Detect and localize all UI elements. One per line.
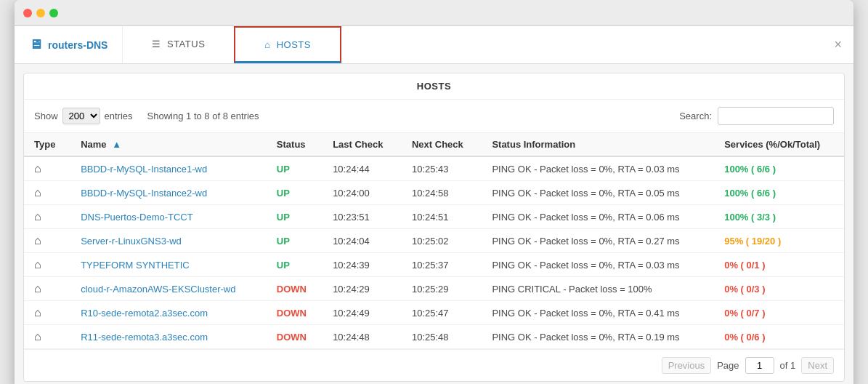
table-row: ⌂BBDD-r-MySQL-Instance1-wdUP10:24:4410:2… bbox=[24, 156, 844, 181]
row-status: DOWN bbox=[267, 325, 323, 349]
previous-button[interactable]: Previous bbox=[662, 357, 712, 374]
row-services: 95% ( 19/20 ) bbox=[714, 229, 844, 253]
row-next-check: 10:25:02 bbox=[402, 229, 482, 253]
search-area: Search: bbox=[679, 107, 834, 125]
maximize-button[interactable] bbox=[49, 9, 58, 17]
next-button[interactable]: Next bbox=[801, 357, 834, 374]
table-row: ⌂cloud-r-AmazonAWS-EKSCluster-wdDOWN10:2… bbox=[24, 277, 844, 301]
traffic-lights bbox=[23, 9, 58, 17]
row-next-check: 10:24:58 bbox=[402, 181, 482, 205]
row-services: 0% ( 0/6 ) bbox=[714, 325, 844, 349]
row-status-info: PING OK - Packet loss = 0%, RTA = 0.19 m… bbox=[482, 325, 714, 349]
row-status: UP bbox=[267, 156, 323, 181]
row-name[interactable]: TYPEFORM SYNTHETIC bbox=[70, 253, 267, 277]
entries-label: entries bbox=[105, 111, 133, 121]
row-type-icon: ⌂ bbox=[24, 325, 70, 349]
row-services: 100% ( 6/6 ) bbox=[714, 181, 844, 205]
nav-brand: 🖥 routers-DNS bbox=[15, 26, 123, 63]
table-controls: Show 200 50 100 entries Showing 1 to 8 o… bbox=[24, 100, 844, 133]
minimize-button[interactable] bbox=[36, 9, 45, 17]
row-last-check: 10:24:48 bbox=[323, 325, 402, 349]
search-input[interactable] bbox=[718, 107, 834, 125]
row-status-info: PING CRITICAL - Packet loss = 100% bbox=[482, 277, 714, 301]
status-tab-label: STATUS bbox=[167, 39, 205, 49]
brand-label: routers-DNS bbox=[48, 39, 108, 51]
row-status-info: PING OK - Packet loss = 0%, RTA = 0.03 m… bbox=[482, 156, 714, 181]
brand-icon: 🖥 bbox=[29, 37, 42, 52]
row-next-check: 10:25:43 bbox=[402, 156, 482, 181]
table-header-row: Type Name ▲ Status Last Check Next Check… bbox=[24, 133, 844, 156]
tab-hosts[interactable]: ⌂ HOSTS bbox=[234, 26, 341, 63]
row-last-check: 10:24:29 bbox=[323, 277, 402, 301]
main-window: 🖥 routers-DNS ☰ STATUS ⌂ HOSTS × HOSTS S… bbox=[15, 0, 853, 384]
row-status: UP bbox=[267, 253, 323, 277]
col-name[interactable]: Name ▲ bbox=[70, 133, 267, 156]
row-status-info: PING OK - Packet loss = 0%, RTA = 0.41 m… bbox=[482, 301, 714, 325]
row-services: 0% ( 0/1 ) bbox=[714, 253, 844, 277]
table-row: ⌂DNS-Puertos-Demo-TCCTUP10:23:5110:24:51… bbox=[24, 205, 844, 229]
row-name[interactable]: DNS-Puertos-Demo-TCCT bbox=[70, 205, 267, 229]
row-type-icon: ⌂ bbox=[24, 253, 70, 277]
row-status-info: PING OK - Packet loss = 0%, RTA = 0.27 m… bbox=[482, 229, 714, 253]
row-name[interactable]: cloud-r-AmazonAWS-EKSCluster-wd bbox=[70, 277, 267, 301]
row-status: UP bbox=[267, 205, 323, 229]
table-row: ⌂Server-r-LinuxGNS3-wdUP10:24:0410:25:02… bbox=[24, 229, 844, 253]
table-row: ⌂TYPEFORM SYNTHETICUP10:24:3910:25:37PIN… bbox=[24, 253, 844, 277]
row-last-check: 10:24:00 bbox=[323, 181, 402, 205]
row-next-check: 10:24:51 bbox=[402, 205, 482, 229]
of-label: of 1 bbox=[780, 360, 796, 371]
table-row: ⌂R10-sede-remota2.a3sec.comDOWN10:24:491… bbox=[24, 301, 844, 325]
row-type-icon: ⌂ bbox=[24, 301, 70, 325]
show-label: Show bbox=[34, 111, 58, 121]
row-status-info: PING OK - Packet loss = 0%, RTA = 0.03 m… bbox=[482, 253, 714, 277]
close-icon[interactable]: × bbox=[822, 26, 853, 63]
row-name[interactable]: R10-sede-remota2.a3sec.com bbox=[70, 301, 267, 325]
entries-select[interactable]: 200 50 100 bbox=[62, 108, 100, 124]
row-status: DOWN bbox=[267, 301, 323, 325]
status-tab-icon: ☰ bbox=[152, 39, 161, 49]
row-next-check: 10:25:29 bbox=[402, 277, 482, 301]
hosts-table: Type Name ▲ Status Last Check Next Check… bbox=[24, 133, 844, 349]
row-services: 0% ( 0/3 ) bbox=[714, 277, 844, 301]
row-type-icon: ⌂ bbox=[24, 156, 70, 181]
row-last-check: 10:24:04 bbox=[323, 229, 402, 253]
row-last-check: 10:24:49 bbox=[323, 301, 402, 325]
row-name[interactable]: BBDD-r-MySQL-Instance1-wd bbox=[70, 156, 267, 181]
row-last-check: 10:24:44 bbox=[323, 156, 402, 181]
hosts-tab-label: HOSTS bbox=[277, 39, 311, 50]
row-next-check: 10:25:48 bbox=[402, 325, 482, 349]
col-type: Type bbox=[24, 133, 70, 156]
row-name[interactable]: Server-r-LinuxGNS3-wd bbox=[70, 229, 267, 253]
row-type-icon: ⌂ bbox=[24, 229, 70, 253]
row-type-icon: ⌂ bbox=[24, 277, 70, 301]
col-status: Status bbox=[267, 133, 323, 156]
table-row: ⌂BBDD-r-MySQL-Instance2-wdUP10:24:0010:2… bbox=[24, 181, 844, 205]
content-area: HOSTS Show 200 50 100 entries Showing 1 … bbox=[23, 73, 845, 382]
row-services: 0% ( 0/7 ) bbox=[714, 301, 844, 325]
search-label: Search: bbox=[679, 111, 712, 121]
row-status-info: PING OK - Packet loss = 0%, RTA = 0.06 m… bbox=[482, 205, 714, 229]
row-status-info: PING OK - Packet loss = 0%, RTA = 0.05 m… bbox=[482, 181, 714, 205]
entries-info: Showing 1 to 8 of 8 entries bbox=[147, 111, 259, 121]
row-name[interactable]: R11-sede-remota3.a3sec.com bbox=[70, 325, 267, 349]
col-next-check: Next Check bbox=[402, 133, 482, 156]
row-services: 100% ( 6/6 ) bbox=[714, 156, 844, 181]
titlebar bbox=[15, 0, 853, 26]
row-type-icon: ⌂ bbox=[24, 181, 70, 205]
row-next-check: 10:25:47 bbox=[402, 301, 482, 325]
pagination: Previous Page of 1 Next bbox=[24, 349, 844, 381]
nav-bar: 🖥 routers-DNS ☰ STATUS ⌂ HOSTS × bbox=[15, 26, 853, 64]
close-button[interactable] bbox=[23, 9, 32, 17]
col-status-info: Status Information bbox=[482, 133, 714, 156]
tab-status[interactable]: ☰ STATUS bbox=[123, 26, 234, 63]
row-status: UP bbox=[267, 229, 323, 253]
row-type-icon: ⌂ bbox=[24, 205, 70, 229]
hosts-tab-icon: ⌂ bbox=[264, 39, 270, 50]
row-status: UP bbox=[267, 181, 323, 205]
row-services: 100% ( 3/3 ) bbox=[714, 205, 844, 229]
row-name[interactable]: BBDD-r-MySQL-Instance2-wd bbox=[70, 181, 267, 205]
page-label: Page bbox=[717, 360, 739, 371]
col-last-check: Last Check bbox=[323, 133, 402, 156]
show-entries: Show 200 50 100 entries bbox=[34, 108, 133, 124]
page-number-input[interactable] bbox=[745, 357, 774, 374]
